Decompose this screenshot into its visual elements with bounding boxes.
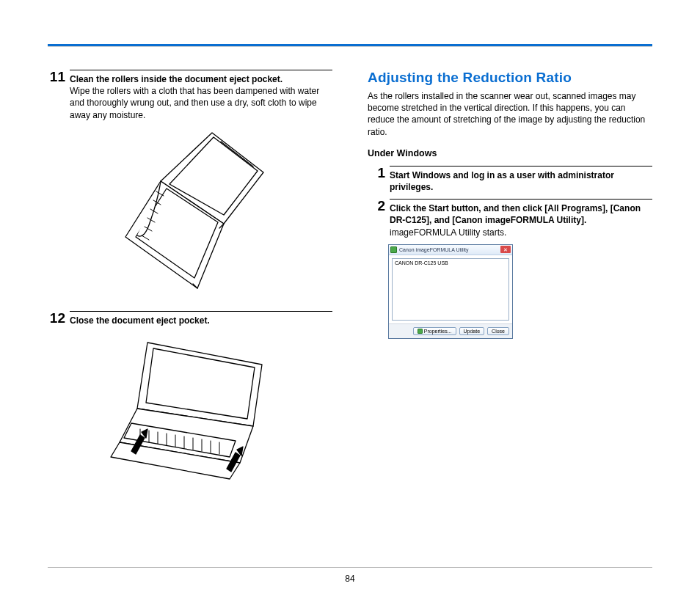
section-intro: As the rollers installed in the scanner …: [368, 90, 652, 138]
scanner-open-illustration: [109, 127, 271, 299]
app-icon: [390, 246, 397, 253]
update-button[interactable]: Update: [459, 327, 485, 335]
properties-button[interactable]: Properties...: [413, 327, 456, 335]
footer-rule: [48, 567, 652, 568]
list-item[interactable]: CANON DR-C125 USB: [395, 260, 506, 266]
document-page: 11 Clean the rollers inside the document…: [0, 0, 700, 600]
step-title: Clean the rollers inside the document ej…: [70, 74, 282, 84]
dialog-body: CANON DR-C125 USB: [389, 255, 512, 323]
step-body: Click the Start button, and then click […: [390, 199, 652, 238]
button-label: Update: [464, 329, 481, 334]
dialog-button-row: Properties... Update Close: [389, 323, 512, 338]
scanner-listbox[interactable]: CANON DR-C125 USB: [392, 258, 509, 321]
step-number: 11: [48, 70, 65, 121]
close-button[interactable]: Close: [487, 327, 509, 335]
step-number: 1: [368, 166, 385, 193]
imageformula-utility-dialog: Canon imageFORMULA Utility ✕ CANON DR-C1…: [388, 244, 513, 339]
gear-icon: [418, 329, 423, 334]
figure-dialog-screenshot: Canon imageFORMULA Utility ✕ CANON DR-C1…: [388, 244, 652, 339]
step-title: Start Windows and log in as a user with …: [390, 170, 614, 192]
figure-scanner-closed: [48, 332, 332, 486]
step-text: imageFORMULA Utility starts.: [390, 227, 506, 238]
step-title: Close the document eject pocket.: [70, 315, 210, 326]
step-title: Click the Start button, and then click […: [390, 203, 641, 225]
right-column: Adjusting the Reduction Ratio As the rol…: [368, 70, 652, 528]
dialog-titlebar: Canon imageFORMULA Utility ✕: [389, 245, 512, 255]
step-1: 1 Start Windows and log in as a user wit…: [368, 166, 652, 193]
step-2: 2 Click the Start button, and then click…: [368, 199, 652, 238]
step-11: 11 Clean the rollers inside the document…: [48, 70, 332, 121]
step-body: Close the document eject pocket.: [70, 311, 332, 326]
button-label: Properties...: [424, 329, 452, 334]
close-icon[interactable]: ✕: [500, 246, 511, 253]
dialog-title-text: Canon imageFORMULA Utility: [399, 247, 469, 252]
button-label: Close: [492, 329, 505, 334]
dialog-title-left: Canon imageFORMULA Utility: [390, 246, 469, 253]
step-12: 12 Close the document eject pocket.: [48, 311, 332, 326]
step-body: Start Windows and log in as a user with …: [390, 166, 652, 193]
header-rule-shadow: [48, 46, 652, 47]
figure-scanner-open: [48, 127, 332, 299]
page-number: 84: [0, 574, 700, 584]
step-text: Wipe the rollers with a cloth that has b…: [70, 86, 319, 120]
section-title: Adjusting the Reduction Ratio: [368, 70, 652, 86]
two-column-layout: 11 Clean the rollers inside the document…: [48, 29, 652, 528]
left-column: 11 Clean the rollers inside the document…: [48, 70, 332, 528]
step-number: 2: [368, 199, 385, 238]
under-windows-heading: Under Windows: [368, 148, 652, 158]
step-number: 12: [48, 311, 65, 326]
scanner-closed-illustration: [102, 332, 278, 486]
step-body: Clean the rollers inside the document ej…: [70, 70, 332, 121]
